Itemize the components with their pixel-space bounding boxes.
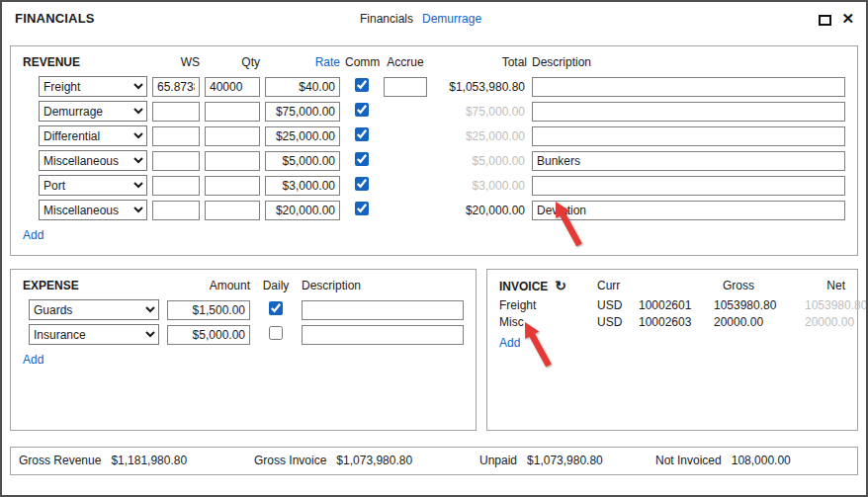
expense-type-select[interactable]: Insurance xyxy=(29,324,159,345)
total-value: $3,000.00 xyxy=(432,179,527,193)
ws-input[interactable] xyxy=(152,151,200,171)
window-title: FINANCIALS xyxy=(15,11,95,26)
invoice-net: 1053980.80 xyxy=(780,298,867,312)
comm-checkbox[interactable] xyxy=(355,152,369,166)
qty-input[interactable] xyxy=(205,151,260,171)
qty-input[interactable] xyxy=(205,126,260,146)
col-header-daily: Daily xyxy=(256,279,296,292)
col-header-gross: Gross xyxy=(714,279,754,292)
expense-add-link[interactable]: Add xyxy=(23,353,43,367)
rate-input[interactable] xyxy=(265,176,340,196)
ws-input[interactable] xyxy=(152,77,200,97)
col-header-amount: Amount xyxy=(167,279,250,292)
ws-input[interactable] xyxy=(152,126,200,146)
tab-demurrage[interactable]: Demurrage xyxy=(422,12,481,26)
revenue-type-select[interactable]: Differential xyxy=(39,125,147,146)
revenue-type-select[interactable]: Miscellaneous xyxy=(39,200,147,220)
revenue-row: Differential $25,000.00 xyxy=(23,125,845,146)
gross-revenue-summary: Gross Revenue$1,181,980.80 xyxy=(19,448,187,474)
revenue-row: Port $3,000.00 xyxy=(23,175,845,196)
gross-invoice-label: Gross Invoice xyxy=(254,454,326,467)
comm-checkbox[interactable] xyxy=(355,202,369,215)
daily-checkbox[interactable] xyxy=(269,326,283,340)
unpaid-label: Unpaid xyxy=(479,454,517,467)
expense-row: Insurance xyxy=(23,324,464,345)
invoice-gross: 1053980.80 xyxy=(714,298,776,312)
ws-input[interactable] xyxy=(152,176,200,196)
col-header-ws: WS xyxy=(152,55,200,69)
revenue-row: Demurrage $75,000.00 xyxy=(23,101,845,122)
rate-input[interactable] xyxy=(265,77,340,97)
description-input[interactable] xyxy=(532,102,845,122)
rate-input[interactable] xyxy=(265,102,340,122)
rate-input[interactable] xyxy=(265,126,340,146)
tab-financials[interactable]: Financials xyxy=(360,12,413,26)
invoice-panel: INVOICE↻ Curr Gross Net Freight USD 1000… xyxy=(486,269,858,431)
expense-header-row: EXPENSE Amount Daily Description xyxy=(23,277,464,294)
nav-tabs: Financials Demurrage xyxy=(360,12,481,26)
rate-input[interactable] xyxy=(265,151,340,171)
gross-revenue-value: $1,181,980.80 xyxy=(111,454,187,467)
unpaid-value: $1,073,980.80 xyxy=(527,454,603,467)
invoice-title: INVOICE xyxy=(499,280,548,293)
col-header-comm: Comm xyxy=(345,55,379,69)
comm-checkbox[interactable] xyxy=(355,78,369,92)
maximize-icon[interactable] xyxy=(819,15,831,26)
ws-input[interactable] xyxy=(152,201,200,220)
amount-input[interactable] xyxy=(167,300,250,320)
total-value: $20,000.00 xyxy=(432,204,527,217)
not-invoiced-summary: Not Invoiced108,000.00 xyxy=(655,448,791,474)
comm-checkbox[interactable] xyxy=(355,177,369,191)
unpaid-summary: Unpaid$1,073,980.80 xyxy=(479,448,603,474)
col-header-accrue: Accrue xyxy=(384,55,427,69)
invoice-gross: 20000.00 xyxy=(714,315,763,329)
col-header-total: Total xyxy=(432,55,527,69)
revenue-type-select[interactable]: Miscellaneous xyxy=(39,150,147,171)
amount-input[interactable] xyxy=(167,325,250,345)
invoice-number: 10002601 xyxy=(639,298,710,312)
gross-invoice-summary: Gross Invoice$1,073,980.80 xyxy=(254,448,412,474)
close-icon[interactable]: ✕ xyxy=(841,10,854,28)
description-input[interactable] xyxy=(302,300,464,320)
ws-input[interactable] xyxy=(152,102,200,122)
description-input[interactable] xyxy=(532,77,845,97)
revenue-add-link[interactable]: Add xyxy=(23,228,43,242)
expense-type-select[interactable]: Guards xyxy=(29,299,159,320)
invoice-title-cell: INVOICE↻ xyxy=(499,278,593,293)
qty-input[interactable] xyxy=(205,176,260,196)
accrue-input[interactable] xyxy=(384,77,427,97)
comm-checkbox[interactable] xyxy=(355,103,369,117)
col-header-rate[interactable]: Rate xyxy=(265,55,340,69)
revenue-type-select[interactable]: Port xyxy=(39,175,147,196)
total-value: $1,053,980.80 xyxy=(432,80,527,94)
col-header-curr: Curr xyxy=(597,279,635,292)
qty-input[interactable] xyxy=(205,102,260,122)
description-input[interactable] xyxy=(532,176,845,196)
invoice-row[interactable]: Freight USD 10002601 1053980.80 1053980.… xyxy=(499,298,845,312)
invoice-net: 20000.00 xyxy=(767,315,854,329)
invoice-add-link[interactable]: Add xyxy=(499,336,520,350)
revenue-title: REVENUE xyxy=(23,55,147,69)
qty-input[interactable] xyxy=(205,77,260,97)
revenue-header-row: REVENUE WS Qty Rate Comm Accrue Total De… xyxy=(23,53,845,71)
invoice-label: Misc xyxy=(499,315,593,329)
description-input[interactable] xyxy=(302,325,464,345)
not-invoiced-label: Not Invoiced xyxy=(655,454,722,467)
revenue-type-select[interactable]: Demurrage xyxy=(39,101,147,122)
invoice-label: Freight xyxy=(499,298,593,312)
invoice-number: 10002603 xyxy=(639,315,710,329)
qty-input[interactable] xyxy=(205,201,260,220)
description-input[interactable] xyxy=(532,201,845,220)
revenue-type-select[interactable]: Freight xyxy=(39,76,147,97)
revenue-panel: REVENUE WS Qty Rate Comm Accrue Total De… xyxy=(10,45,858,256)
col-header-qty: Qty xyxy=(205,55,260,69)
description-input[interactable] xyxy=(532,126,845,146)
refresh-icon[interactable]: ↻ xyxy=(555,278,566,293)
comm-checkbox[interactable] xyxy=(355,127,369,141)
daily-checkbox[interactable] xyxy=(269,301,283,315)
description-input[interactable] xyxy=(532,151,845,171)
rate-input[interactable] xyxy=(265,201,340,220)
invoice-header-row: INVOICE↻ Curr Gross Net xyxy=(499,277,845,294)
invoice-row[interactable]: Misc USD 10002603 20000.00 20000.00 xyxy=(499,315,845,329)
col-header-net: Net xyxy=(758,279,845,292)
